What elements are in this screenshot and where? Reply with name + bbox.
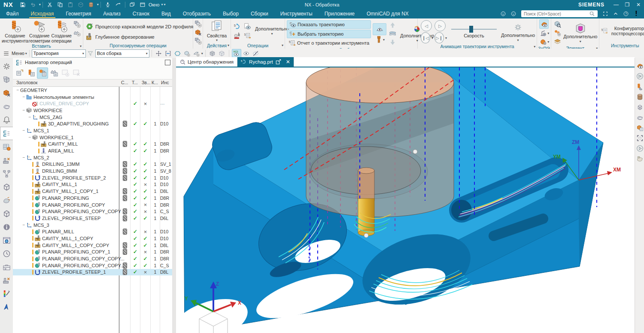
quickbar-overflow[interactable]: ▾ (164, 3, 165, 6)
show-toolpath-button[interactable]: Показать траекторию (287, 20, 371, 29)
detach-tab-icon[interactable] (275, 59, 282, 65)
tree-row[interactable]: ZLEVEL_PROFILE_STEEP_1✓×1D8L (13, 269, 172, 276)
selection-scope-combo[interactable]: Траектория▾ (32, 49, 86, 58)
rightbar-play-icon[interactable] (635, 143, 644, 153)
rightbar-fit-view-icon[interactable] (635, 133, 644, 143)
tool-holder[interactable] (306, 67, 454, 217)
sidebar-part-navigator-icon[interactable] (1, 73, 12, 86)
sidebar-shape-palette-icon[interactable] (1, 100, 12, 113)
menu-tab-приложение[interactable]: Приложение (319, 9, 361, 18)
tree-row[interactable]: CAVITY_MILL_1✓×1D10 (13, 181, 172, 188)
expander-icon[interactable]: − (21, 155, 26, 160)
sidebar-part-search-icon[interactable] (1, 208, 12, 220)
polygon-select-icon[interactable] (173, 49, 182, 58)
geometry-view-button[interactable] (37, 67, 48, 79)
create-feature-process-icon[interactable] (73, 20, 81, 28)
expander-icon[interactable]: − (27, 115, 32, 119)
tree-row[interactable]: CURVE_DRIVE_COPY✓×--- (13, 100, 172, 107)
sidebar-library-icon[interactable] (1, 181, 12, 193)
shaded-view-icon[interactable] (208, 49, 217, 58)
filter-icon[interactable] (86, 49, 95, 58)
wireframe-2d-processor-button[interactable]: Процессор каркасной модели 2D профиля (85, 21, 193, 32)
animation-more-button[interactable]: Дополнительно▾ (501, 21, 535, 42)
rightbar-show-material-removal-icon[interactable] (635, 61, 644, 71)
tool-display-icon[interactable] (374, 35, 383, 44)
menu-tab-исходная[interactable]: Исходная (25, 9, 60, 18)
sidebar-history-icon[interactable] (1, 247, 12, 260)
select-toolpath-button[interactable]: Выбрать траекторию (287, 30, 371, 38)
create-pattern-icon[interactable] (73, 28, 81, 37)
sidebar-settings-icon[interactable] (1, 60, 12, 73)
tree-row[interactable]: ZLEVEL_PROFILE_STEEP✓✓1D6L (13, 215, 172, 222)
undo-button[interactable] (29, 1, 37, 8)
move-up-icon[interactable] (388, 21, 397, 29)
sidebar-machining-data-icon[interactable] (1, 141, 12, 153)
graphics-viewport[interactable]: ZM XM YM Z Y X (176, 67, 635, 333)
microphone-button[interactable] (104, 1, 112, 8)
sidebar-machine-library-icon[interactable] (1, 274, 12, 287)
rightbar-copy-workpiece-icon[interactable] (635, 122, 644, 133)
menu-tab-omnicad-для-nx[interactable]: OmniCAD для NX (361, 9, 415, 18)
tree-row[interactable]: −zMCS_1 (13, 127, 172, 134)
fly-through-button[interactable] (114, 1, 122, 8)
snap-handles-icon[interactable] (164, 49, 173, 58)
play-backward-button[interactable]: ◁ (421, 20, 432, 31)
tree-row[interactable]: −Неиспользуемые элементы (13, 94, 172, 101)
predicted-op-1-icon[interactable] (194, 19, 202, 28)
assembly-scope-combo[interactable]: Вся сборка▾ (95, 49, 149, 58)
undo-dropdown[interactable]: ▾ (39, 3, 41, 6)
menu-label[interactable]: Меню (12, 51, 24, 56)
tree-row[interactable]: CAVITY_MILL_1_COPY_COPY✓✓1D8L (13, 242, 172, 249)
viewport-3d[interactable]: ZM XM YM Z Y X (176, 67, 635, 333)
tab-discovery-center[interactable]: Центр обнаружения (176, 57, 237, 67)
speed-slider[interactable] (450, 25, 498, 33)
menu-tab-геометрия[interactable]: Геометрия (60, 9, 97, 18)
rightbar-bounding-box-icon[interactable] (635, 102, 644, 112)
tree-row[interactable]: 3D_ADAPTIVE_ROUGHING✓✓1D10 (13, 120, 172, 127)
sidebar-toolbox-icon[interactable] (1, 261, 12, 273)
minimize-ribbon-icon[interactable] (612, 10, 620, 17)
sidebar-process-studio-icon[interactable] (1, 168, 12, 180)
tree-row[interactable]: PLANAR_PROFILING_COPY_1✓×1D8R (13, 249, 172, 256)
tree-row[interactable]: −zMCS_ZAG (13, 114, 172, 121)
hide-percent-icon[interactable] (252, 49, 260, 58)
navigator-column-headers[interactable]: Заголовок С... Т... Зв... К... Инс (13, 79, 172, 87)
command-finder-icon[interactable]: ! (632, 10, 640, 17)
menu-burger-icon[interactable] (2, 49, 10, 58)
shaded-edges-icon[interactable] (218, 49, 226, 58)
operations-more-button[interactable]: Дополнительно▾ (255, 26, 289, 36)
deep-milling-button[interactable]: Глубинное фрезерование (85, 32, 155, 42)
element-search-icon[interactable] (553, 20, 562, 28)
move-object-icon[interactable] (155, 49, 163, 58)
element-add-icon[interactable] (553, 28, 562, 37)
zvpo-axis-icon[interactable] (539, 29, 547, 37)
fullscreen-icon[interactable] (601, 10, 609, 17)
restore-button[interactable]: ❐ (622, 0, 633, 9)
tree-row[interactable]: CAVITY_MILL_1_COPY_1✓✓1D8L (13, 188, 172, 195)
undock-panel-button[interactable] (165, 60, 170, 65)
cutting-tool[interactable] (358, 168, 374, 236)
command-search[interactable] (521, 10, 598, 17)
window-menu[interactable]: Окно (149, 2, 160, 7)
rightbar-saved-view-icon[interactable] (635, 153, 644, 164)
help-icon[interactable]: ? (622, 10, 630, 17)
menu-tab-инструменты[interactable]: Инструменты (274, 9, 319, 18)
tree-row[interactable]: AREA_MILL✓✓1D8R (13, 147, 172, 154)
expander-icon[interactable]: − (21, 95, 26, 99)
copy-button[interactable] (56, 1, 64, 8)
sidebar-operation-navigator-icon[interactable] (0, 127, 13, 140)
generate-toolpath-icon[interactable]: 5 (233, 22, 241, 31)
tree-row[interactable]: −zMCS_3 (13, 222, 172, 229)
paste-button[interactable] (67, 1, 74, 8)
tree-row[interactable]: DRILLING_8MM✓✓1SV_8 (13, 168, 172, 174)
sidebar-alerts-icon[interactable] (1, 113, 12, 126)
tree-row[interactable]: −GEOMETRY (13, 87, 172, 94)
create-tool-button[interactable]: Создание инструмента (2, 20, 28, 43)
feedback-frown-icon[interactable] (510, 10, 517, 17)
expander-icon[interactable]: − (21, 128, 26, 133)
menu-tab-сборки[interactable]: Сборки (245, 9, 274, 18)
show-all-icon[interactable] (242, 49, 251, 58)
post-configurator-button[interactable]: Конфигуратор постпроцессора▾ (609, 26, 644, 36)
tree-row[interactable]: DRILLING_13MM✓✓1SV_1 (13, 161, 172, 168)
menu-tab-анализ[interactable]: Анализ (97, 9, 127, 18)
